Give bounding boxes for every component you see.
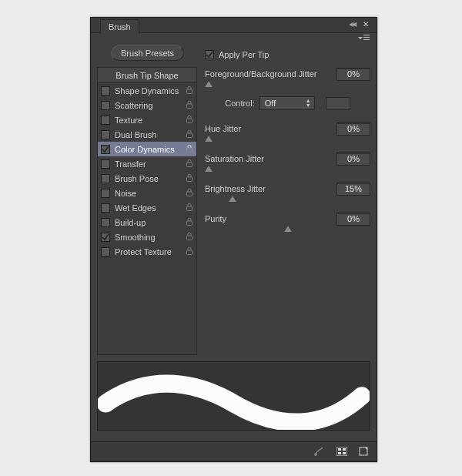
brush-tip-shape-header[interactable]: Brush Tip Shape bbox=[98, 68, 196, 83]
svg-rect-3 bbox=[187, 133, 192, 138]
fg-bg-jitter-label: Foreground/Background Jitter bbox=[205, 69, 336, 79]
svg-rect-16 bbox=[338, 452, 341, 454]
control-swatch bbox=[326, 97, 350, 110]
sidebar-item-label: Wet Edges bbox=[115, 203, 156, 213]
sidebar-item-texture[interactable]: Texture bbox=[98, 112, 196, 127]
brush-panel: Brush ◀◀ ✕ Brush Presets Brush Tip Shape… bbox=[90, 17, 377, 462]
hue-jitter-label: Hue Jitter bbox=[205, 124, 336, 133]
lock-icon[interactable] bbox=[186, 159, 193, 169]
svg-rect-8 bbox=[187, 206, 192, 211]
close-icon[interactable]: ✕ bbox=[363, 20, 369, 28]
checkbox[interactable] bbox=[101, 203, 110, 213]
slider-thumb[interactable] bbox=[205, 166, 213, 172]
svg-rect-9 bbox=[187, 221, 192, 226]
svg-rect-7 bbox=[187, 192, 192, 196]
checkbox[interactable] bbox=[101, 145, 110, 154]
panel-footer bbox=[91, 441, 377, 461]
slider-thumb[interactable] bbox=[229, 196, 236, 202]
sidebar-item-smoothing[interactable]: Smoothing bbox=[98, 230, 196, 244]
sidebar-item-shape-dynamics[interactable]: Shape Dynamics bbox=[98, 83, 196, 98]
sidebar-item-wet-edges[interactable]: Wet Edges bbox=[98, 200, 196, 215]
checkbox[interactable] bbox=[101, 233, 110, 242]
sidebar-item-dual-brush[interactable]: Dual Brush bbox=[98, 127, 196, 142]
lock-icon[interactable] bbox=[186, 203, 193, 213]
saturation-jitter-slider[interactable] bbox=[205, 166, 370, 174]
brightness-jitter-label: Brightness Jitter bbox=[205, 184, 336, 193]
checkbox[interactable] bbox=[101, 130, 110, 139]
control-dropdown[interactable]: Off ▲▼ bbox=[259, 96, 315, 110]
control-label: Control: bbox=[225, 99, 255, 108]
brush-presets-button[interactable]: Brush Presets bbox=[111, 45, 184, 61]
sidebar-item-build-up[interactable]: Build-up bbox=[98, 215, 196, 230]
titlebar: Brush ◀◀ ✕ bbox=[91, 18, 377, 33]
lock-icon[interactable] bbox=[186, 115, 193, 125]
sidebar-item-transfer[interactable]: Transfer bbox=[98, 156, 196, 171]
checkbox[interactable] bbox=[101, 247, 110, 256]
brightness-jitter-slider[interactable] bbox=[205, 196, 370, 204]
sidebar-item-protect-texture[interactable]: Protect Texture bbox=[98, 244, 196, 259]
purity-value[interactable]: 0% bbox=[336, 213, 370, 226]
tab-brush[interactable]: Brush bbox=[100, 19, 139, 34]
lock-icon[interactable] bbox=[186, 129, 193, 139]
saturation-jitter-label: Saturation Jitter bbox=[205, 154, 336, 163]
sidebar-item-noise[interactable]: Noise bbox=[98, 186, 196, 200]
apply-per-tip-checkbox[interactable] bbox=[205, 50, 214, 59]
hue-jitter-value[interactable]: 0% bbox=[336, 122, 370, 136]
sidebar-item-color-dynamics[interactable]: Color Dynamics bbox=[98, 142, 196, 156]
lock-icon[interactable] bbox=[186, 85, 193, 96]
color-dynamics-settings: Apply Per Tip Foreground/Background Jitt… bbox=[205, 45, 370, 355]
checkbox[interactable] bbox=[101, 189, 110, 198]
svg-rect-6 bbox=[187, 177, 192, 182]
brush-stroke-preview bbox=[97, 361, 370, 431]
lock-icon[interactable] bbox=[186, 100, 193, 110]
checkbox[interactable] bbox=[101, 101, 110, 110]
purity-label: Purity bbox=[205, 214, 336, 223]
sidebar-item-label: Noise bbox=[115, 189, 136, 198]
brightness-jitter-value[interactable]: 15% bbox=[336, 183, 370, 196]
preset-view-icon[interactable] bbox=[336, 447, 347, 458]
checkbox[interactable] bbox=[101, 159, 110, 169]
sidebar-item-scattering[interactable]: Scattering bbox=[98, 98, 196, 112]
lock-icon[interactable] bbox=[186, 173, 193, 183]
slider-thumb[interactable] bbox=[205, 81, 213, 87]
control-value: Off bbox=[265, 99, 276, 108]
svg-rect-4 bbox=[187, 148, 192, 153]
new-brush-icon[interactable] bbox=[358, 446, 369, 458]
saturation-jitter-value[interactable]: 0% bbox=[336, 153, 370, 166]
hue-jitter-slider[interactable] bbox=[205, 136, 370, 144]
lock-icon[interactable] bbox=[186, 188, 193, 198]
fg-bg-jitter-value[interactable]: 0% bbox=[336, 68, 370, 81]
sidebar-item-label: Brush Pose bbox=[115, 174, 159, 183]
svg-rect-0 bbox=[187, 89, 192, 94]
purity-slider[interactable] bbox=[205, 226, 370, 234]
checkbox[interactable] bbox=[101, 174, 110, 183]
slider-thumb[interactable] bbox=[205, 136, 213, 142]
sidebar-item-label: Texture bbox=[115, 116, 142, 125]
lock-icon[interactable] bbox=[186, 144, 193, 154]
fg-bg-jitter-slider[interactable] bbox=[205, 82, 370, 89]
lock-icon[interactable] bbox=[186, 232, 193, 242]
svg-rect-15 bbox=[343, 448, 346, 451]
toggle-brush-panel-icon[interactable] bbox=[313, 446, 326, 458]
svg-rect-14 bbox=[338, 448, 341, 451]
svg-rect-5 bbox=[187, 163, 192, 167]
collapse-icon[interactable]: ◀◀ bbox=[349, 21, 355, 28]
slider-thumb[interactable] bbox=[284, 226, 292, 232]
sidebar-item-label: Color Dynamics bbox=[115, 145, 175, 154]
lock-icon[interactable] bbox=[186, 246, 193, 256]
svg-rect-11 bbox=[187, 250, 192, 255]
sidebar-item-label: Transfer bbox=[115, 159, 146, 169]
brush-options-list: Brush Tip Shape Shape DynamicsScattering… bbox=[97, 67, 197, 355]
svg-rect-13 bbox=[336, 447, 347, 456]
lock-icon[interactable] bbox=[186, 217, 193, 227]
panel-menu-icon[interactable] bbox=[358, 33, 372, 42]
sidebar-item-label: Smoothing bbox=[115, 233, 156, 242]
checkbox[interactable] bbox=[101, 86, 110, 96]
sidebar-item-brush-pose[interactable]: Brush Pose bbox=[98, 171, 196, 186]
checkbox[interactable] bbox=[101, 218, 110, 227]
svg-rect-10 bbox=[187, 236, 192, 240]
sidebar-item-label: Build-up bbox=[115, 218, 146, 227]
apply-per-tip-label: Apply Per Tip bbox=[219, 50, 269, 59]
sidebar-item-label: Scattering bbox=[115, 101, 153, 110]
checkbox[interactable] bbox=[101, 116, 110, 125]
